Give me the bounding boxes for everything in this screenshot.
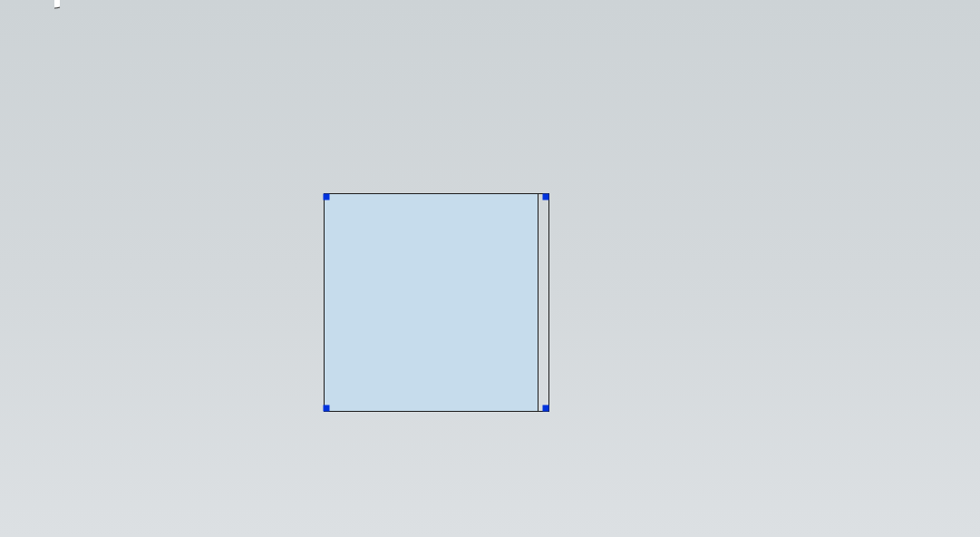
sketch-vertex-bottom-left[interactable] — [324, 405, 330, 412]
sketch-vertex-top-right[interactable] — [543, 194, 549, 200]
sketch-rectangle-outline[interactable] — [324, 193, 549, 412]
sketch-vertex-bottom-right[interactable] — [543, 405, 549, 412]
rotate-cursor-icon — [54, 0, 83, 11]
sketch-vertex-top-left[interactable] — [324, 194, 330, 200]
